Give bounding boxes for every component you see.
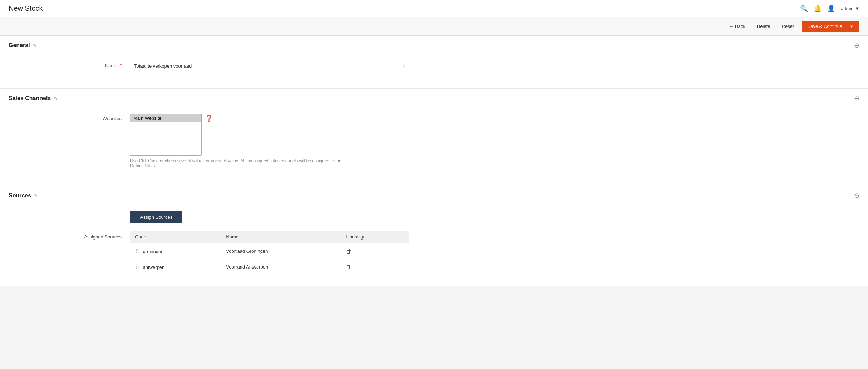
- main-content: General ✎ ⊖ Name * ⤢: [0, 36, 868, 286]
- search-icon[interactable]: 🔍: [800, 5, 808, 13]
- assigned-sources-label: Assigned Sources: [9, 231, 130, 240]
- general-edit-icon[interactable]: ✎: [33, 43, 37, 48]
- source-code-cell: ⠿ groningen: [130, 243, 221, 259]
- source-name-value: Voorraad Antwerpen: [226, 264, 268, 270]
- sales-channels-body: Websites Main Website ❓ Use Ctrl+Click f…: [0, 108, 868, 186]
- sales-channels-title: Sales Channels: [9, 95, 51, 102]
- col-name-header: Name: [221, 231, 341, 243]
- websites-control: Main Website ❓ Use Ctrl+Click for check …: [130, 114, 409, 168]
- unassign-button[interactable]: 🗑: [346, 248, 352, 255]
- top-header: New Stock 🔍 🔔 👤 admin ▼: [0, 0, 868, 17]
- source-code-value: groningen: [143, 249, 164, 254]
- unassign-button[interactable]: 🗑: [346, 264, 352, 270]
- sales-channels-header[interactable]: Sales Channels ✎ ⊖: [0, 89, 868, 108]
- name-form-row: Name * ⤢: [9, 61, 859, 71]
- general-title: General: [9, 42, 30, 49]
- source-name-value: Voorraad Groningen: [226, 249, 268, 254]
- bell-icon[interactable]: 🔔: [814, 5, 822, 13]
- col-code-header: Code: [130, 231, 221, 243]
- websites-wrap: Main Website ❓: [130, 114, 409, 156]
- delete-button[interactable]: Delete: [753, 21, 774, 31]
- assigned-sources-wrap: Assigned Sources Code Name Unassign ⠿ gr…: [9, 231, 859, 275]
- general-collapse-icon[interactable]: ⊖: [854, 41, 859, 49]
- name-input[interactable]: [130, 61, 399, 71]
- name-input-wrap: ⤢: [130, 61, 409, 71]
- col-unassign-header: Unassign: [341, 231, 409, 243]
- source-unassign-cell: 🗑: [341, 243, 409, 259]
- sources-title-wrap: Sources ✎: [9, 192, 38, 199]
- save-continue-dropdown-arrow[interactable]: ▼: [846, 24, 854, 29]
- websites-form-row: Websites Main Website ❓ Use Ctrl+Click f…: [9, 114, 859, 168]
- sales-channels-edit-icon[interactable]: ✎: [54, 96, 58, 101]
- page-title: New Stock: [9, 4, 43, 13]
- name-control: ⤢: [130, 61, 409, 71]
- drag-handle-icon[interactable]: ⠿: [135, 264, 139, 270]
- general-section: General ✎ ⊖ Name * ⤢: [0, 36, 868, 89]
- websites-help-icon[interactable]: ❓: [205, 114, 213, 122]
- sales-channels-title-wrap: Sales Channels ✎: [9, 95, 58, 102]
- name-required-star: *: [120, 63, 122, 68]
- websites-select[interactable]: Main Website: [130, 114, 202, 156]
- reset-button[interactable]: Reset: [778, 21, 798, 31]
- sources-title: Sources: [9, 192, 31, 199]
- general-title-wrap: General ✎: [9, 42, 37, 49]
- sources-edit-icon[interactable]: ✎: [34, 193, 38, 198]
- sales-channels-section: Sales Channels ✎ ⊖ Websites Main Website…: [0, 89, 868, 186]
- sales-channels-collapse-icon[interactable]: ⊖: [854, 94, 859, 102]
- name-input-icon: ⤢: [399, 62, 409, 71]
- general-section-header[interactable]: General ✎ ⊖: [0, 36, 868, 55]
- table-row: ⠿ groningen Voorraad Groningen 🗑: [130, 243, 409, 259]
- sources-section-header[interactable]: Sources ✎ ⊖: [0, 186, 868, 205]
- source-name-cell: Voorraad Groningen: [221, 243, 341, 259]
- website-option-main[interactable]: Main Website: [130, 114, 201, 122]
- assign-sources-button[interactable]: Assign Sources: [130, 211, 182, 223]
- sources-collapse-icon[interactable]: ⊖: [854, 192, 859, 200]
- sources-section-body: Assign Sources Assigned Sources Code Nam…: [0, 205, 868, 286]
- save-continue-button[interactable]: Save & Continue ▼: [802, 21, 859, 32]
- general-section-body: Name * ⤢: [0, 55, 868, 88]
- source-unassign-cell: 🗑: [341, 259, 409, 275]
- source-code-value: antwerpen: [143, 265, 165, 270]
- user-icon: 👤: [827, 5, 835, 13]
- websites-hint-text: Use Ctrl+Click for check several values …: [130, 158, 345, 168]
- sources-table: Code Name Unassign ⠿ groningen Voorraad …: [130, 231, 409, 275]
- websites-label: Websites: [9, 114, 130, 121]
- table-row: ⠿ antwerpen Voorraad Antwerpen 🗑: [130, 259, 409, 275]
- source-code-cell: ⠿ antwerpen: [130, 259, 221, 275]
- admin-menu[interactable]: admin ▼: [841, 6, 859, 11]
- sources-section: Sources ✎ ⊖ Assign Sources Assigned Sour…: [0, 186, 868, 286]
- source-name-cell: Voorraad Antwerpen: [221, 259, 341, 275]
- sources-table-header-row: Code Name Unassign: [130, 231, 409, 243]
- save-continue-label: Save & Continue: [808, 24, 846, 29]
- back-button[interactable]: ← Back: [725, 21, 749, 31]
- drag-handle-icon[interactable]: ⠿: [135, 248, 139, 254]
- header-right: 🔍 🔔 👤 admin ▼: [800, 5, 859, 13]
- toolbar: ← Back Delete Reset Save & Continue ▼: [0, 17, 868, 36]
- name-label: Name *: [9, 61, 130, 68]
